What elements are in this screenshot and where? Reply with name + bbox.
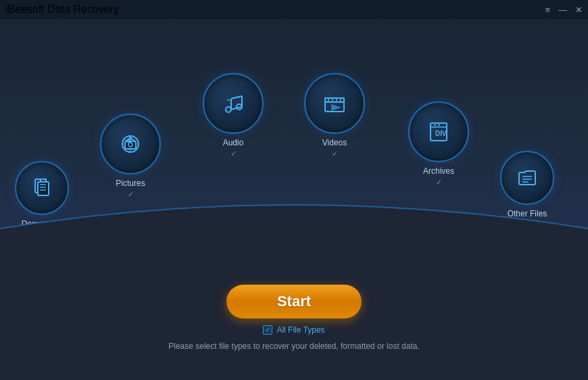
svg-marker-31 [332,105,340,110]
close-button[interactable]: ✕ [575,5,583,14]
lower-section: Start All File Types Please select file … [0,256,588,380]
app-title: iBeesoft Data Recovery [5,3,119,16]
all-file-types-label: All File Types [276,325,324,335]
videos-circle[interactable] [304,73,365,134]
start-button[interactable]: Start [226,285,362,318]
archives-icon: DIV [427,120,450,143]
all-file-types-container[interactable]: All File Types [263,325,324,335]
videos-icon [322,91,347,116]
videos-check: ✓ [332,149,338,158]
file-type-videos[interactable]: Videos ✓ [304,73,365,158]
svg-text:DIV: DIV [435,130,447,137]
bottom-hint: Please select file types to recover your… [168,341,420,351]
minimize-button[interactable]: — [558,5,567,14]
svg-point-18 [226,107,231,112]
pictures-icon [119,133,142,156]
file-type-audio[interactable]: Audio ✓ [203,73,264,158]
audio-icon [220,91,246,116]
titlebar: iBeesoft Data Recovery ≡ — ✕ [0,0,588,19]
videos-label: Videos [322,138,347,147]
audio-label: Audio [223,138,244,147]
upper-section: Documents ✓ Picture [0,19,588,256]
pictures-circle[interactable] [100,114,161,174]
titlebar-controls: ≡ — ✕ [545,5,583,14]
audio-check: ✓ [230,149,237,158]
archives-circle[interactable]: DIV [408,101,469,162]
menu-button[interactable]: ≡ [545,5,550,14]
all-file-types-checkbox[interactable] [263,325,272,335]
audio-circle[interactable] [203,73,264,134]
curve-decoration [0,174,588,256]
